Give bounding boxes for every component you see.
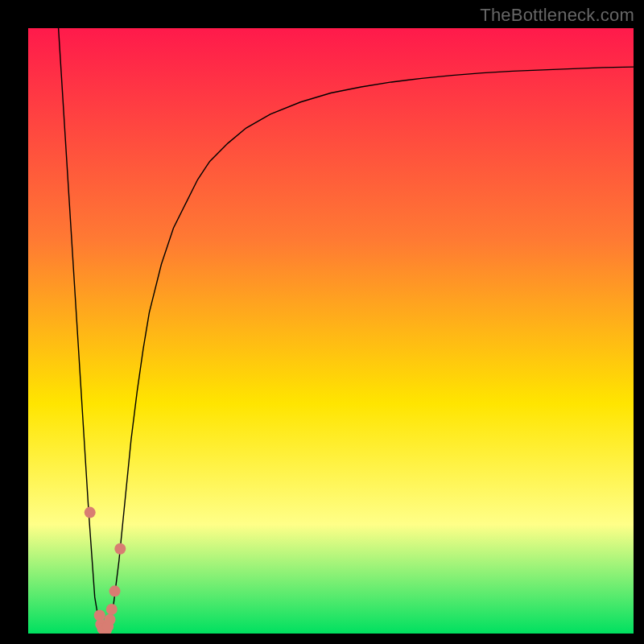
plot-area — [28, 28, 634, 634]
watermark-text: TheBottleneck.com — [480, 5, 634, 26]
data-point — [109, 585, 121, 597]
data-point — [106, 604, 118, 615]
data-point — [114, 543, 126, 555]
gradient-bg — [28, 28, 634, 634]
data-point — [85, 507, 96, 518]
chart-frame: TheBottleneck.com — [0, 0, 644, 644]
chart-svg — [28, 28, 634, 634]
data-point — [105, 614, 116, 625]
